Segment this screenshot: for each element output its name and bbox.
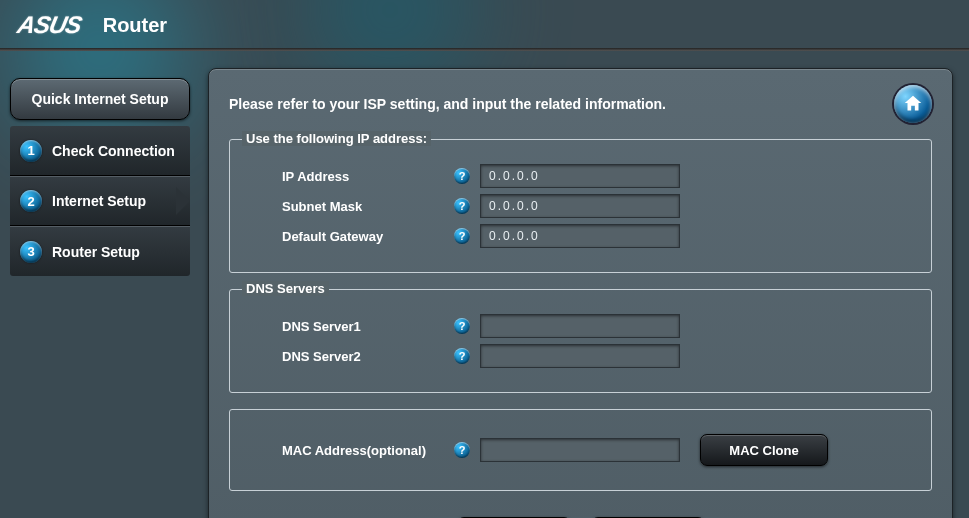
sidebar-item-internet-setup[interactable]: 2 Internet Setup xyxy=(10,176,190,226)
step-number-badge: 2 xyxy=(20,190,42,212)
dns2-label: DNS Server2 xyxy=(254,349,454,364)
help-icon[interactable]: ? xyxy=(454,442,470,458)
mac-address-input[interactable] xyxy=(480,438,680,462)
help-icon[interactable]: ? xyxy=(454,228,470,244)
sidebar-heading: Quick Internet Setup xyxy=(10,78,190,120)
page-title: Router xyxy=(103,14,167,37)
mac-clone-button[interactable]: MAC Clone xyxy=(700,434,828,466)
mac-address-label: MAC Address(optional) xyxy=(254,443,454,458)
group-legend: DNS Servers xyxy=(242,281,329,296)
sidebar-item-label: Internet Setup xyxy=(52,193,146,209)
sidebar: Quick Internet Setup 1 Check Connection … xyxy=(0,58,198,518)
ip-address-input[interactable] xyxy=(480,164,680,188)
dns2-input[interactable] xyxy=(480,344,680,368)
home-button[interactable] xyxy=(894,85,932,123)
main-panel: Please refer to your ISP setting, and in… xyxy=(208,68,953,518)
help-icon[interactable]: ? xyxy=(454,168,470,184)
dns-settings-group: DNS Servers DNS Server1 ? DNS Server2 ? xyxy=(229,289,932,393)
ip-settings-group: Use the following IP address: IP Address… xyxy=(229,139,932,273)
home-icon xyxy=(902,93,924,115)
step-number-badge: 3 xyxy=(20,241,42,263)
help-icon[interactable]: ? xyxy=(454,348,470,364)
brand-logo: ASUS xyxy=(15,11,84,39)
sidebar-item-label: Check Connection xyxy=(52,143,175,159)
subnet-mask-label: Subnet Mask xyxy=(254,199,454,214)
step-number-badge: 1 xyxy=(20,140,42,162)
sidebar-item-router-setup[interactable]: 3 Router Setup xyxy=(10,226,190,276)
sidebar-item-check-connection[interactable]: 1 Check Connection xyxy=(10,126,190,176)
dns1-label: DNS Server1 xyxy=(254,319,454,334)
help-icon[interactable]: ? xyxy=(454,318,470,334)
subnet-mask-input[interactable] xyxy=(480,194,680,218)
panel-hint: Please refer to your ISP setting, and in… xyxy=(229,96,666,112)
group-legend: Use the following IP address: xyxy=(242,131,431,146)
sidebar-item-label: Router Setup xyxy=(52,244,140,260)
header: ASUS Router xyxy=(0,0,969,50)
dns1-input[interactable] xyxy=(480,314,680,338)
help-icon[interactable]: ? xyxy=(454,198,470,214)
default-gateway-input[interactable] xyxy=(480,224,680,248)
ip-address-label: IP Address xyxy=(254,169,454,184)
default-gateway-label: Default Gateway xyxy=(254,229,454,244)
mac-settings-group: MAC Address(optional) ? MAC Clone xyxy=(229,409,932,491)
